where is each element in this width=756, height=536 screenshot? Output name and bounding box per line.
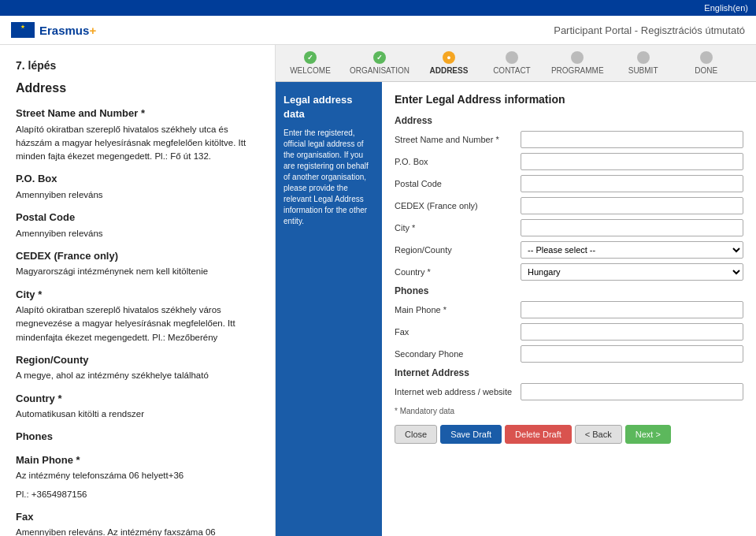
- blue-sidebar: Legal address data Enter the registered,…: [276, 82, 382, 536]
- mandatory-note: * Mandatory data: [395, 407, 743, 415]
- secondary-phone-input[interactable]: [521, 345, 743, 363]
- country-label: Country *: [395, 267, 521, 277]
- postal-input[interactable]: [521, 175, 743, 192]
- postal-desc: Amennyiben releváns: [16, 227, 259, 240]
- internet-section: Internet Address Internet web address / …: [395, 367, 743, 400]
- secondary-phone-row: Secondary Phone: [395, 345, 743, 363]
- region-row: Region/County -- Please select --: [395, 241, 743, 259]
- secondary-phone-label: Secondary Phone: [395, 349, 521, 359]
- nav-circle-done: [700, 51, 713, 64]
- nav-step-organisation[interactable]: ✓ ORGANISATION: [342, 45, 417, 81]
- nav-step-submit[interactable]: SUBMIT: [612, 45, 675, 81]
- left-panel: 7. lépés Address Street Name and Number …: [0, 45, 276, 536]
- form-area: Enter Legal Address information Address …: [382, 82, 756, 536]
- fax-input[interactable]: [521, 323, 743, 341]
- erasmus-logo-text: Erasmus+: [39, 24, 96, 37]
- language-selector[interactable]: English(en): [704, 3, 748, 13]
- street-input[interactable]: [521, 131, 743, 148]
- step-label: 7. lépés: [16, 58, 259, 74]
- nav-circle-programme: [571, 51, 584, 64]
- cedex-desc: Magyarországi intézménynek nem kell kitö…: [16, 265, 259, 278]
- cedex-input[interactable]: [521, 197, 743, 214]
- form-title: Enter Legal Address information: [395, 93, 743, 106]
- logo: Erasmus+: [11, 22, 96, 38]
- top-bar: English(en): [0, 0, 756, 16]
- section-title: Address: [16, 79, 259, 98]
- nav-label-contact: CONTACT: [493, 66, 531, 75]
- address-section-label: Address: [395, 115, 743, 126]
- phones-section: Phones Main Phone * Fax Secondary Phone: [395, 285, 743, 363]
- city-input[interactable]: [521, 219, 743, 236]
- street-desc: Alapító okiratban szereplő hivatalos szé…: [16, 123, 259, 164]
- fax-desc: Amennyiben releváns. Az intézmény faxszá…: [16, 526, 259, 536]
- nav-label-done: DONE: [695, 66, 717, 75]
- cedex-row: CEDEX (France only): [395, 197, 743, 214]
- main-phone-row: Main Phone *: [395, 301, 743, 318]
- pobox-label: P.O. Box: [395, 157, 521, 166]
- nav-circle-address: ●: [443, 51, 455, 64]
- nav-label-programme: PROGRAMME: [551, 66, 604, 75]
- main-phone-example: Pl.: +3654987156: [16, 488, 259, 501]
- region-label: Region/County: [395, 245, 521, 255]
- eu-flag: [11, 22, 35, 38]
- back-button[interactable]: < Back: [575, 425, 622, 444]
- fax-name: Fax: [16, 509, 259, 525]
- internet-row: Internet web address / website: [395, 383, 743, 400]
- country-desc: Automatikusan kitölti a rendszer: [16, 408, 259, 421]
- page-title: Participant Portal - Regisztrációs útmut…: [554, 24, 745, 36]
- region-field-name: Region/County: [16, 352, 259, 368]
- fax-row: Fax: [395, 323, 743, 341]
- main-phone-desc: Az intézmény telefonszáma 06 helyett+36: [16, 469, 259, 482]
- portal-content: Legal address data Enter the registered,…: [276, 82, 756, 536]
- nav-step-address[interactable]: ● ADDRESS: [417, 45, 480, 81]
- blue-sidebar-title: Legal address data: [284, 93, 374, 121]
- country-select[interactable]: Hungary: [521, 263, 743, 281]
- main-phone-label: Main Phone *: [395, 305, 521, 315]
- next-button[interactable]: Next >: [625, 425, 671, 444]
- main-phone-input[interactable]: [521, 301, 743, 318]
- main-layout: 7. lépés Address Street Name and Number …: [0, 45, 756, 536]
- postal-label: Postal Code: [395, 179, 521, 188]
- cedex-field-name: CEDEX (France only): [16, 248, 259, 264]
- pobox-row: P.O. Box: [395, 153, 743, 170]
- region-desc: A megye, ahol az intézmény székhelye tal…: [16, 369, 259, 382]
- nav-circle-organisation: ✓: [373, 51, 386, 64]
- nav-circle-submit: [637, 51, 650, 64]
- internet-form-label: Internet web address / website: [395, 387, 521, 396]
- country-row: Country * Hungary: [395, 263, 743, 281]
- cedex-label: CEDEX (France only): [395, 201, 521, 210]
- nav-circle-welcome: ✓: [304, 51, 317, 64]
- city-desc: Alapító okiratban szereplő hivatalos szé…: [16, 303, 259, 344]
- fax-form-label: Fax: [395, 327, 521, 337]
- blue-sidebar-text: Enter the registered, official legal add…: [284, 128, 374, 227]
- street-row: Street Name and Number *: [395, 131, 743, 148]
- progress-nav: ✓ WELCOME ✓ ORGANISATION ● ADDRESS CONTA…: [276, 45, 756, 82]
- nav-label-organisation: ORGANISATION: [350, 66, 410, 75]
- phones-section-label: Phones: [395, 285, 743, 296]
- pobox-input[interactable]: [521, 153, 743, 170]
- nav-step-done[interactable]: DONE: [675, 45, 738, 81]
- nav-step-contact[interactable]: CONTACT: [480, 45, 543, 81]
- city-label: City *: [395, 223, 521, 233]
- nav-step-programme[interactable]: PROGRAMME: [543, 45, 612, 81]
- region-select[interactable]: -- Please select --: [521, 241, 743, 259]
- country-field-name: Country *: [16, 391, 259, 407]
- street-label: Street Name and Number *: [395, 135, 521, 144]
- postal-field-name: Postal Code: [16, 210, 259, 225]
- action-buttons: Close Save Draft Delete Draft < Back Nex…: [395, 425, 743, 444]
- nav-circle-contact: [506, 51, 518, 64]
- city-field-name: City *: [16, 287, 259, 303]
- delete-draft-button[interactable]: Delete Draft: [505, 425, 572, 444]
- nav-label-address: ADDRESS: [429, 66, 468, 75]
- right-panel: ✓ WELCOME ✓ ORGANISATION ● ADDRESS CONTA…: [276, 45, 756, 536]
- save-draft-button[interactable]: Save Draft: [440, 425, 502, 444]
- phones-title: Phones: [16, 429, 259, 445]
- nav-step-welcome[interactable]: ✓ WELCOME: [279, 45, 342, 81]
- pobox-field-name: P.O. Box: [16, 171, 259, 187]
- nav-label-submit: SUBMIT: [628, 66, 658, 75]
- pobox-desc: Amennyiben releváns: [16, 188, 259, 202]
- street-field-name: Street Name and Number *: [16, 106, 259, 121]
- internet-input[interactable]: [521, 383, 743, 400]
- city-row: City *: [395, 219, 743, 236]
- close-button[interactable]: Close: [395, 425, 437, 444]
